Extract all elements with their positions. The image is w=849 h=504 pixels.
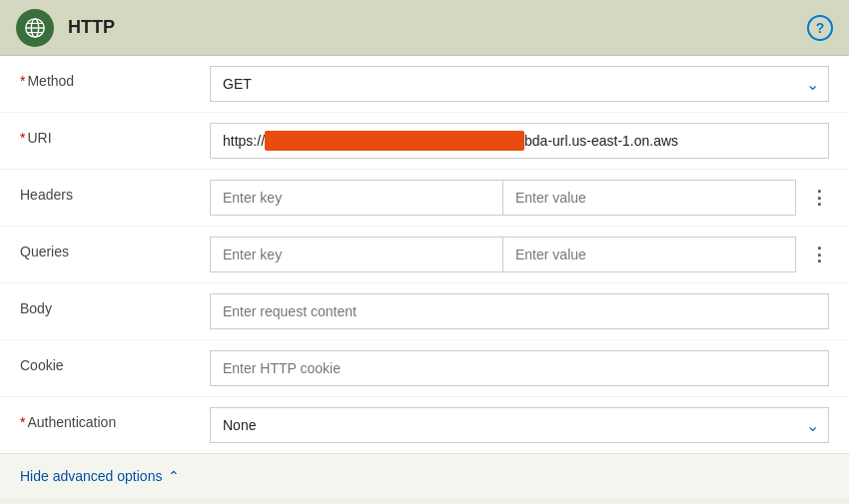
auth-select-wrapper: None Basic Bearer Token OAuth ⌄ (210, 407, 829, 443)
cookie-label: Cookie (20, 350, 210, 373)
queries-field: ⋮ (210, 237, 829, 272)
body-label: Body (20, 293, 210, 316)
method-label: *Method (20, 66, 210, 89)
headers-label: Headers (20, 180, 210, 203)
headers-key-input[interactable] (210, 180, 502, 216)
hide-advanced-label: Hide advanced options (20, 468, 162, 484)
method-row: *Method GET POST PUT DELETE PATCH HEAD O… (0, 56, 849, 113)
uri-field: https:// bda-url.us-east-1.on.aws (210, 123, 829, 159)
uri-suffix: bda-url.us-east-1.on.aws (524, 133, 678, 149)
globe-icon (16, 9, 54, 47)
headers-kv-pair (210, 180, 796, 216)
page-title: HTTP (68, 17, 115, 38)
cookie-field (210, 350, 829, 386)
help-icon-label: ? (816, 20, 825, 36)
headers-field: ⋮ (210, 180, 829, 216)
help-button[interactable]: ? (807, 15, 833, 41)
method-select[interactable]: GET POST PUT DELETE PATCH HEAD OPTIONS (210, 66, 829, 102)
uri-row: *URI https:// bda-url.us-east-1.on.aws (0, 113, 849, 170)
method-select-wrapper: GET POST PUT DELETE PATCH HEAD OPTIONS ⌄ (210, 66, 829, 102)
auth-required-star: * (20, 414, 25, 430)
body-input[interactable] (210, 293, 829, 329)
header: HTTP ? (0, 0, 849, 56)
headers-row: Headers ⋮ (0, 170, 849, 227)
method-field: GET POST PUT DELETE PATCH HEAD OPTIONS ⌄ (210, 66, 829, 102)
uri-required-star: * (20, 130, 25, 146)
queries-value-input[interactable] (502, 237, 796, 272)
headers-more-icon[interactable]: ⋮ (810, 187, 829, 209)
queries-kv-pair (210, 237, 796, 272)
cookie-row: Cookie (0, 340, 849, 397)
uri-prefix: https:// (223, 133, 265, 149)
header-left: HTTP (16, 9, 115, 47)
uri-redacted-block (265, 131, 524, 151)
authentication-field: None Basic Bearer Token OAuth ⌄ (210, 407, 829, 443)
authentication-row: *Authentication None Basic Bearer Token … (0, 397, 849, 453)
uri-label: *URI (20, 123, 210, 146)
queries-label: Queries (20, 237, 210, 259)
queries-more-icon[interactable]: ⋮ (810, 244, 829, 265)
auth-select[interactable]: None Basic Bearer Token OAuth (210, 407, 829, 443)
authentication-label: *Authentication (20, 407, 210, 430)
body-row: Body (0, 283, 849, 340)
chevron-up-icon: ⌃ (168, 468, 180, 484)
body-field (210, 293, 829, 329)
queries-row: Queries ⋮ (0, 227, 849, 283)
cookie-input[interactable] (210, 350, 829, 386)
uri-display[interactable]: https:// bda-url.us-east-1.on.aws (210, 123, 829, 159)
queries-key-input[interactable] (210, 237, 502, 272)
method-required-star: * (20, 73, 25, 89)
headers-value-input[interactable] (502, 180, 796, 216)
form-content: *Method GET POST PUT DELETE PATCH HEAD O… (0, 56, 849, 453)
hide-advanced-options-button[interactable]: Hide advanced options ⌃ (0, 453, 849, 498)
